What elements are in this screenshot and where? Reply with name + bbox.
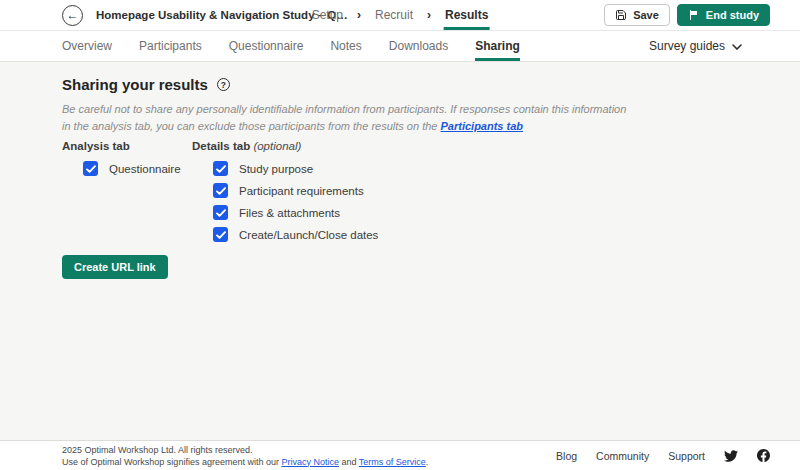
sharing-options: Analysis tab Questionnaire Details tab (… bbox=[62, 140, 800, 249]
checkbox-label: Questionnaire bbox=[109, 163, 181, 175]
pii-warning-text: Be careful not to share any personally i… bbox=[62, 101, 627, 134]
checkbox-checked-icon[interactable] bbox=[213, 183, 228, 198]
details-tab-section: Details tab (optional) Study purpose bbox=[192, 140, 800, 249]
analysis-checkbox-list: Questionnaire bbox=[62, 161, 192, 176]
terms-of-service-link[interactable]: Terms of Service bbox=[359, 457, 426, 467]
checkbox-checked-icon[interactable] bbox=[213, 227, 228, 242]
analysis-tab-section: Analysis tab Questionnaire bbox=[62, 140, 192, 249]
checkbox-label: Study purpose bbox=[239, 163, 313, 175]
details-tab-heading: Details tab (optional) bbox=[192, 140, 800, 152]
footer-links: Blog Community Support bbox=[556, 449, 770, 462]
main-content: Sharing your results ? Be careful not to… bbox=[0, 62, 800, 440]
chevron-right-icon: › bbox=[357, 8, 361, 22]
save-button-label: Save bbox=[633, 9, 659, 21]
back-button[interactable]: ← bbox=[62, 5, 83, 26]
top-header: ← Homepage Usability & Navigation Study … bbox=[0, 0, 800, 31]
privacy-notice-link[interactable]: Privacy Notice bbox=[281, 457, 339, 467]
checkbox-label: Create/Launch/Close dates bbox=[239, 229, 378, 241]
save-icon bbox=[615, 9, 627, 21]
checkbox-label: Participant requirements bbox=[239, 185, 364, 197]
survey-guides-label: Survey guides bbox=[649, 39, 725, 53]
checkbox-label: Files & attachments bbox=[239, 207, 340, 219]
results-tabs: Overview Participants Questionnaire Note… bbox=[62, 31, 547, 61]
footer-legal: 2025 Optimal Workshop Ltd. All rights re… bbox=[62, 444, 428, 468]
footer: 2025 Optimal Workshop Ltd. All rights re… bbox=[0, 440, 800, 470]
end-study-button[interactable]: End study bbox=[677, 4, 770, 26]
header-actions: Save End study bbox=[604, 4, 770, 26]
survey-guides-dropdown[interactable]: Survey guides bbox=[649, 31, 742, 61]
help-icon[interactable]: ? bbox=[217, 78, 230, 91]
tab[interactable]: Sharing bbox=[475, 31, 520, 61]
checkbox-checked-icon[interactable] bbox=[213, 205, 228, 220]
page-title: Sharing your results bbox=[62, 76, 208, 93]
breadcrumb: Setup › Recruit › Results › bbox=[311, 0, 490, 30]
footer-link[interactable]: Community bbox=[596, 450, 649, 462]
breadcrumb-step-label[interactable]: Results bbox=[444, 0, 489, 30]
tab[interactable]: Participants bbox=[139, 31, 202, 61]
checkbox-checked-icon[interactable] bbox=[83, 161, 98, 176]
checkbox-row[interactable]: Study purpose bbox=[213, 161, 800, 176]
arrow-left-icon: ← bbox=[67, 9, 79, 21]
tab[interactable]: Notes bbox=[330, 31, 361, 61]
footer-link[interactable]: Support bbox=[668, 450, 705, 462]
details-tab-optional-note: (optional) bbox=[253, 140, 301, 152]
breadcrumb-step[interactable]: Results › bbox=[444, 0, 489, 30]
agreement-text: Use of Optimal Workshop signifies agreem… bbox=[62, 456, 428, 468]
facebook-icon[interactable] bbox=[757, 449, 770, 462]
checkbox-checked-icon[interactable] bbox=[213, 161, 228, 176]
end-study-button-label: End study bbox=[706, 9, 759, 21]
save-button[interactable]: Save bbox=[604, 4, 670, 26]
footer-link[interactable]: Blog bbox=[556, 450, 577, 462]
breadcrumb-step[interactable]: Setup › bbox=[311, 0, 374, 30]
chevron-down-icon bbox=[732, 39, 742, 53]
tab[interactable]: Overview bbox=[62, 31, 112, 61]
analysis-tab-heading: Analysis tab bbox=[62, 140, 192, 152]
checkbox-row[interactable]: Create/Launch/Close dates bbox=[213, 227, 800, 242]
flag-icon bbox=[688, 9, 700, 21]
twitter-icon[interactable] bbox=[724, 450, 738, 462]
tab-bar: Overview Participants Questionnaire Note… bbox=[0, 31, 800, 62]
chevron-right-icon: › bbox=[427, 8, 431, 22]
create-url-link-button[interactable]: Create URL link bbox=[62, 255, 168, 279]
checkbox-row[interactable]: Participant requirements bbox=[213, 183, 800, 198]
details-checkbox-list: Study purpose Participant requirements bbox=[192, 161, 800, 242]
footer-link-list: Blog Community Support bbox=[556, 450, 705, 462]
page-title-row: Sharing your results ? bbox=[62, 76, 800, 93]
copyright-text: 2025 Optimal Workshop Ltd. All rights re… bbox=[62, 444, 428, 456]
participants-tab-link[interactable]: Participants tab bbox=[441, 120, 524, 132]
tab[interactable]: Questionnaire bbox=[229, 31, 304, 61]
breadcrumb-step-label[interactable]: Setup bbox=[311, 0, 344, 30]
tab[interactable]: Downloads bbox=[389, 31, 448, 61]
checkbox-row[interactable]: Questionnaire bbox=[83, 161, 192, 176]
breadcrumb-step-label[interactable]: Recruit bbox=[374, 0, 414, 30]
checkbox-row[interactable]: Files & attachments bbox=[213, 205, 800, 220]
breadcrumb-step[interactable]: Recruit › bbox=[374, 0, 444, 30]
